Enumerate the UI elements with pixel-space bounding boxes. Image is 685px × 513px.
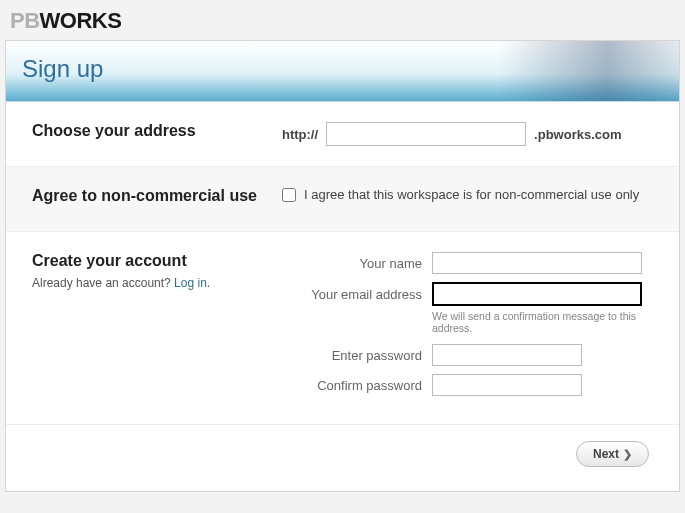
address-prefix: http://: [282, 127, 318, 142]
subtext-prefix: Already have an account?: [32, 276, 174, 290]
next-button[interactable]: Next ❯: [576, 441, 649, 467]
brand-part2: WORKS: [40, 8, 122, 33]
name-input[interactable]: [432, 252, 642, 274]
brand-logo: PBWORKS: [0, 0, 685, 40]
section-account: Create your account Already have an acco…: [6, 232, 679, 424]
name-label: Your name: [282, 256, 422, 271]
email-input[interactable]: [432, 282, 642, 306]
agree-label: I agree that this workspace is for non-c…: [304, 187, 639, 202]
account-heading: Create your account: [32, 252, 282, 270]
login-link[interactable]: Log in: [174, 276, 207, 290]
agreement-heading: Agree to non-commercial use: [32, 187, 282, 205]
address-heading: Choose your address: [32, 122, 282, 140]
confirm-input[interactable]: [432, 374, 582, 396]
signup-panel: Sign up Choose your address http:// .pbw…: [5, 40, 680, 492]
chevron-right-icon: ❯: [623, 448, 632, 461]
password-label: Enter password: [282, 348, 422, 363]
confirm-label: Confirm password: [282, 378, 422, 393]
account-subtext: Already have an account? Log in.: [32, 276, 282, 290]
page-title: Sign up: [6, 41, 679, 102]
section-address: Choose your address http:// .pbworks.com: [6, 102, 679, 167]
subtext-suffix: .: [207, 276, 210, 290]
agree-checkbox[interactable]: [282, 188, 296, 202]
address-input[interactable]: [326, 122, 526, 146]
section-agreement: Agree to non-commercial use I agree that…: [6, 167, 679, 232]
next-label: Next: [593, 447, 619, 461]
footer: Next ❯: [6, 424, 679, 491]
address-suffix: .pbworks.com: [534, 127, 621, 142]
password-input[interactable]: [432, 344, 582, 366]
brand-part1: PB: [10, 8, 40, 33]
email-label: Your email address: [282, 287, 422, 302]
email-hint: We will send a confirmation message to t…: [432, 310, 653, 334]
